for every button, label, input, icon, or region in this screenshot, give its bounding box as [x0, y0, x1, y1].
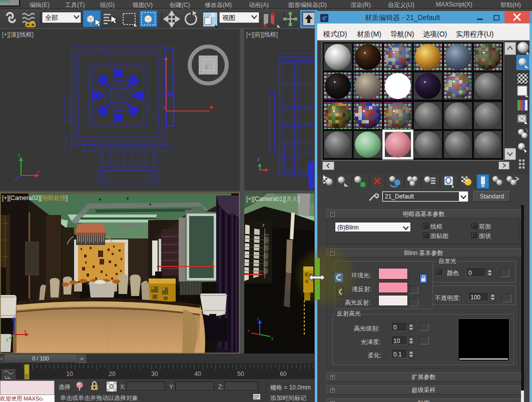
- svg-text:10: 10: [66, 370, 73, 378]
- svg-text:20: 20: [109, 370, 116, 378]
- svg-text:z: z: [18, 152, 21, 158]
- svg-text:E: E: [205, 64, 209, 70]
- svg-text:视图: 视图: [222, 14, 235, 22]
- svg-text:y: y: [259, 268, 262, 274]
- svg-text:全部: 全部: [45, 14, 58, 22]
- svg-text:30: 30: [151, 370, 158, 378]
- svg-text:y: y: [271, 336, 274, 340]
- svg-text:z: z: [257, 316, 259, 322]
- svg-text:z: z: [163, 105, 166, 110]
- svg-text:50: 50: [237, 370, 244, 378]
- svg-text:40: 40: [194, 370, 201, 378]
- svg-text:x: x: [37, 169, 40, 174]
- svg-text:z: z: [262, 222, 265, 228]
- svg-text:0: 0: [25, 373, 28, 379]
- svg-text:60: 60: [280, 370, 287, 378]
- svg-text:z: z: [257, 157, 260, 162]
- svg-text:x: x: [247, 328, 250, 333]
